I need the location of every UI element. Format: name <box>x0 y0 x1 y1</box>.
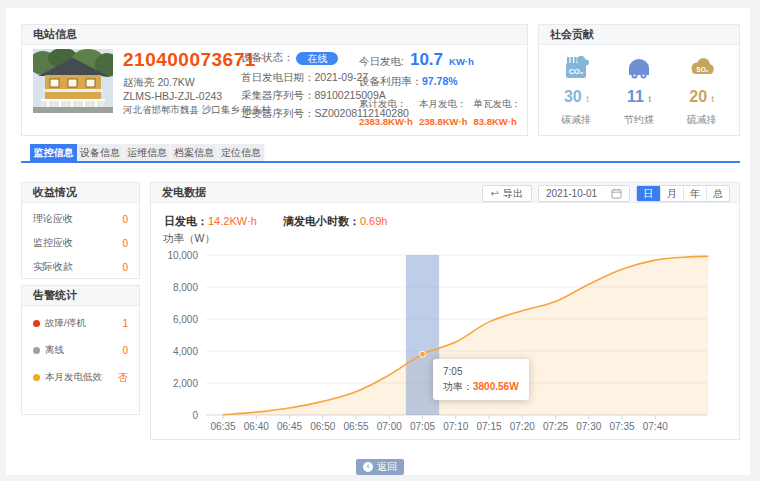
day-generation-label: 日发电： <box>164 215 208 227</box>
coal-saving-value: 11 <box>627 88 644 105</box>
station-photo <box>33 49 113 113</box>
carbon-reduction-amount: 30 t <box>548 88 604 108</box>
utilization-label: 设备利用率： <box>359 75 422 87</box>
revenue-row-theoretical: 理论应收 0 <box>33 207 128 231</box>
generation-mini-stats: 累计发电： 2383.8KW·h 本月发电： 238.8KW·h 单瓦发电： 8… <box>359 98 521 127</box>
coal-saving-amount: 11 t <box>611 88 667 108</box>
export-button[interactable]: ↩ 导出 <box>482 185 532 202</box>
station-energy-stats: 今日发电: 10.7 KW·h 设备利用率：97.78% 累计发电： 2383.… <box>359 50 521 127</box>
svg-text:8,000: 8,000 <box>173 282 198 293</box>
tab-operation-info[interactable]: 运维信息 <box>124 144 171 161</box>
svg-text:07:15: 07:15 <box>476 421 501 432</box>
today-generation-row: 今日发电: 10.7 KW·h <box>359 50 521 70</box>
svg-text:06:50: 06:50 <box>310 421 335 432</box>
full-hours-value: 0.69h <box>360 215 388 227</box>
dashboard-page: { "station": { "panel_title": "电站信息", "i… <box>0 0 760 481</box>
tooltip-power-value: 3800.56W <box>473 381 519 392</box>
low-efficiency-value: 否 <box>118 371 128 385</box>
tab-monitor-info[interactable]: 监控信息 <box>30 144 77 161</box>
sulfur-reduction-unit: t <box>712 94 715 104</box>
carbon-reduction-value: 30 <box>564 88 582 105</box>
total-generation-stat: 累计发电： 2383.8KW·h <box>359 98 413 127</box>
back-button-label: 返回 <box>377 460 397 474</box>
svg-text:06:45: 06:45 <box>277 421 302 432</box>
svg-text:06:40: 06:40 <box>244 421 269 432</box>
revenue-panel-title: 收益情况 <box>22 183 139 203</box>
full-hours-stat: 满发电小时数：0.69h <box>283 214 388 229</box>
today-generation-unit: KW·h <box>449 56 474 67</box>
range-month-button[interactable]: 月 <box>660 186 683 201</box>
fault-count: 1 <box>122 318 128 329</box>
svg-text:07:10: 07:10 <box>443 421 468 432</box>
tooltip-time: 7:05 <box>443 364 519 379</box>
alarm-stats-title: 告警统计 <box>22 286 139 306</box>
low-efficiency-label: 本月发电低效 <box>45 371 102 384</box>
chart-controls: ↩ 导出 2021-10-01 日 月 年 总 <box>482 185 730 202</box>
station-id: 210400073671 <box>123 49 241 71</box>
month-generation-value: 238.8KW·h <box>419 116 468 127</box>
tooltip-power-label: 功率： <box>443 381 473 392</box>
power-generation-chart[interactable]: 02,0004,0006,0008,00010,00006:3506:4006:… <box>151 245 741 441</box>
svg-text:07:30: 07:30 <box>576 421 601 432</box>
alarm-row-fault: 故障/停机 1 <box>33 310 128 337</box>
fault-label-wrap: 故障/停机 <box>33 317 86 330</box>
svg-text:06:35: 06:35 <box>210 421 235 432</box>
svg-text:06:55: 06:55 <box>343 421 368 432</box>
coal-saving-label: 节约煤 <box>611 113 667 127</box>
coal-saving-unit: t <box>648 94 651 104</box>
main-tab-bar: 监控信息 设备信息 运维信息 档案信息 定位信息 <box>30 144 265 161</box>
low-efficiency-label-wrap: 本月发电低效 <box>33 371 102 384</box>
coal-saving-item: 11 t 节约煤 <box>611 53 667 127</box>
revenue-row-actual: 实际收款 0 <box>33 255 128 279</box>
chart-summary-stats: 日发电：14.2KW·h 满发电小时数：0.69h <box>164 214 387 229</box>
house-photo-illustration <box>33 49 113 113</box>
alarm-row-offline: 离线 0 <box>33 337 128 364</box>
revenue-row-monitored: 监控应收 0 <box>33 231 128 255</box>
monitored-receivable-label: 监控应收 <box>33 236 73 250</box>
svg-text:07:05: 07:05 <box>410 421 435 432</box>
range-year-button[interactable]: 年 <box>683 186 706 201</box>
low-efficiency-status-dot <box>33 374 40 381</box>
carbon-reduction-label: 碳减排 <box>548 113 604 127</box>
so2-emission-icon: SO₂ <box>688 53 716 81</box>
offline-label: 离线 <box>45 344 64 357</box>
range-total-button[interactable]: 总 <box>706 186 729 201</box>
actual-received-value: 0 <box>122 262 128 273</box>
theoretical-receivable-value: 0 <box>122 214 128 225</box>
chart-tooltip: 7:05 功率：3800.56W <box>433 359 529 400</box>
svg-text:07:40: 07:40 <box>643 421 668 432</box>
station-info-title: 电站信息 <box>22 25 527 45</box>
svg-text:SO₂: SO₂ <box>696 66 708 73</box>
sulfur-reduction-amount: 20 t <box>674 88 730 108</box>
coal-saving-icon <box>625 53 653 81</box>
station-identity: 210400073671 赵海亮 20.7KW ZLMS-HBJ-ZJL-024… <box>123 49 241 117</box>
alarm-rows: 故障/停机 1 离线 0 本月发电低效 否 <box>22 306 139 391</box>
social-contribution-panel: 社会贡献 CO₂ 30 t 碳减排 <box>538 24 740 136</box>
back-chevron-icon: ‹ <box>363 462 373 472</box>
svg-text:CO₂: CO₂ <box>569 67 584 76</box>
offline-count: 0 <box>122 345 128 356</box>
range-day-button[interactable]: 日 <box>637 186 660 201</box>
alarm-row-low-efficiency: 本月发电低效 否 <box>33 364 128 391</box>
back-button[interactable]: ‹ 返回 <box>356 459 404 475</box>
theoretical-receivable-label: 理论应收 <box>33 212 73 226</box>
tab-location-info[interactable]: 定位信息 <box>218 144 265 161</box>
tooltip-power-row: 功率：3800.56W <box>443 379 519 394</box>
online-status-badge: 在线 <box>296 52 338 65</box>
svg-text:6,000: 6,000 <box>173 314 198 325</box>
per-watt-generation-value: 83.8KW·h <box>474 116 522 127</box>
total-generation-value: 2383.8KW·h <box>359 116 413 127</box>
sulfur-reduction-label: 硫减排 <box>674 113 730 127</box>
svg-text:07:25: 07:25 <box>543 421 568 432</box>
station-owner: 赵海亮 <box>123 76 155 88</box>
revenue-rows: 理论应收 0 监控应收 0 实际收款 0 <box>22 203 139 279</box>
fault-label: 故障/停机 <box>45 317 86 330</box>
tab-device-info[interactable]: 设备信息 <box>77 144 124 161</box>
day-generation-value: 14.2KW·h <box>208 215 257 227</box>
per-watt-generation-stat: 单瓦发电： 83.8KW·h <box>474 98 522 127</box>
social-contribution-title: 社会贡献 <box>539 25 739 45</box>
monitored-receivable-value: 0 <box>122 238 128 249</box>
inverter-sn-label: 逆变器序列号： <box>241 107 315 119</box>
tab-archive-info[interactable]: 档案信息 <box>171 144 218 161</box>
date-picker[interactable]: 2021-10-01 <box>538 185 630 202</box>
